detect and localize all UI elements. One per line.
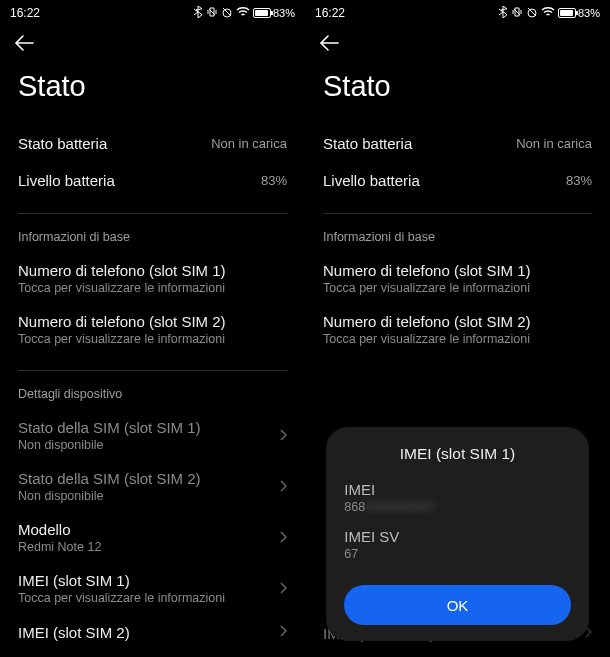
back-button[interactable] [319, 34, 341, 52]
section-device-details: Dettagli dispositivo [18, 381, 287, 411]
row-battery-level[interactable]: Livello batteria 83% [323, 162, 592, 199]
divider [323, 213, 592, 214]
status-icons: 83% [193, 6, 295, 20]
battery-percent: 83% [578, 7, 600, 19]
item-title: Modello [18, 521, 101, 538]
chevron-right-icon [273, 478, 287, 496]
row-battery-level[interactable]: Livello batteria 83% [18, 162, 287, 199]
status-icons: 83% [498, 6, 600, 20]
battery-indicator: 83% [253, 7, 295, 19]
label: Livello batteria [323, 172, 420, 189]
chevron-right-icon [273, 623, 287, 641]
dialog-imei-value: 868••••••••••• [344, 500, 570, 514]
item-subtitle: Redmi Note 12 [18, 540, 101, 554]
screenshot-left: 16:22 83% Stato Stato [0, 0, 305, 657]
clock: 16:22 [315, 6, 345, 20]
item-subtitle: Non disponibile [18, 489, 201, 503]
chevron-right-icon [273, 580, 287, 598]
dialog-backdrop[interactable]: IMEI (slot SIM 1) IMEI 868••••••••••• IM… [305, 370, 610, 657]
row-battery-state[interactable]: Stato batteria Non in carica [18, 125, 287, 162]
chevron-right-icon [273, 427, 287, 445]
value: 83% [261, 173, 287, 188]
item-title: IMEI (slot SIM 2) [18, 624, 130, 641]
item-sim2-state[interactable]: Stato della SIM (slot SIM 2) Non disponi… [18, 462, 287, 513]
bluetooth-icon [193, 6, 203, 20]
svg-point-4 [528, 9, 536, 17]
row-battery-state[interactable]: Stato batteria Non in carica [323, 125, 592, 162]
section-basic-info: Informazioni di base [18, 224, 287, 254]
item-title: Numero di telefono (slot SIM 2) [18, 313, 226, 330]
item-title: Numero di telefono (slot SIM 1) [18, 262, 226, 279]
item-title: Stato della SIM (slot SIM 1) [18, 419, 201, 436]
dialog-imei-label: IMEI [344, 481, 570, 498]
dialog-imeisv-label: IMEI SV [344, 528, 570, 545]
item-title: Numero di telefono (slot SIM 1) [323, 262, 531, 279]
imei-dialog: IMEI (slot SIM 1) IMEI 868••••••••••• IM… [326, 427, 588, 641]
page-title: Stato [0, 56, 305, 125]
divider [18, 370, 287, 371]
section-basic-info: Informazioni di base [323, 224, 592, 254]
item-imei1[interactable]: IMEI (slot SIM 1) Tocca per visualizzare… [18, 564, 287, 615]
page-title: Stato [305, 56, 610, 125]
item-phone-sim1[interactable]: Numero di telefono (slot SIM 1) Tocca pe… [323, 254, 592, 305]
value: 83% [566, 173, 592, 188]
item-subtitle: Tocca per visualizzare le informazioni [323, 281, 531, 295]
item-phone-sim2[interactable]: Numero di telefono (slot SIM 2) Tocca pe… [323, 305, 592, 356]
label: Stato batteria [18, 135, 107, 152]
wifi-icon [236, 7, 250, 19]
item-subtitle: Tocca per visualizzare le informazioni [323, 332, 531, 346]
item-title: Stato della SIM (slot SIM 2) [18, 470, 201, 487]
vibrate-icon [511, 6, 523, 20]
status-bar: 16:22 83% [305, 0, 610, 26]
wifi-icon [541, 7, 555, 19]
divider [18, 213, 287, 214]
vibrate-icon [206, 6, 218, 20]
item-model[interactable]: Modello Redmi Note 12 [18, 513, 287, 564]
dialog-imeisv-value: 67 [344, 547, 570, 561]
item-title: Numero di telefono (slot SIM 2) [323, 313, 531, 330]
alarm-off-icon [526, 6, 538, 20]
value: Non in carica [211, 136, 287, 151]
item-imei2[interactable]: IMEI (slot SIM 2) [18, 615, 287, 651]
item-subtitle: Tocca per visualizzare le informazioni [18, 591, 225, 605]
item-sim1-state[interactable]: Stato della SIM (slot SIM 1) Non disponi… [18, 411, 287, 462]
item-subtitle: Tocca per visualizzare le informazioni [18, 332, 226, 346]
item-phone-sim2[interactable]: Numero di telefono (slot SIM 2) Tocca pe… [18, 305, 287, 356]
dialog-title: IMEI (slot SIM 1) [344, 445, 570, 463]
ok-button[interactable]: OK [344, 585, 570, 625]
label: Livello batteria [18, 172, 115, 189]
back-button[interactable] [14, 34, 36, 52]
battery-percent: 83% [273, 7, 295, 19]
item-title: IMEI (slot SIM 1) [18, 572, 225, 589]
label: Stato batteria [323, 135, 412, 152]
bluetooth-icon [498, 6, 508, 20]
value: Non in carica [516, 136, 592, 151]
item-subtitle: Non disponibile [18, 438, 201, 452]
screenshot-right: 16:22 83% Stato Stato batteria Non in ca… [305, 0, 610, 657]
item-phone-sim1[interactable]: Numero di telefono (slot SIM 1) Tocca pe… [18, 254, 287, 305]
chevron-right-icon [273, 529, 287, 547]
status-bar: 16:22 83% [0, 0, 305, 26]
alarm-off-icon [221, 6, 233, 20]
item-subtitle: Tocca per visualizzare le informazioni [18, 281, 226, 295]
clock: 16:22 [10, 6, 40, 20]
svg-point-1 [223, 9, 231, 17]
battery-indicator: 83% [558, 7, 600, 19]
